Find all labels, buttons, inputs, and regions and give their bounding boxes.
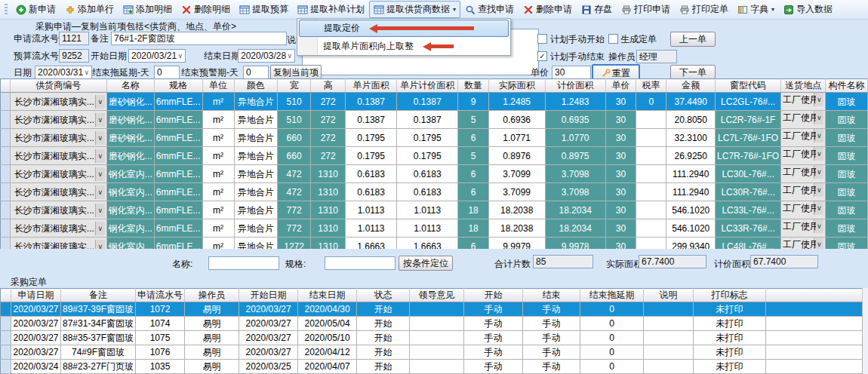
- toolbar-button-label: 添加明细: [136, 3, 172, 16]
- column-header[interactable]: 结束: [523, 289, 580, 302]
- column-header[interactable]: 数量: [458, 79, 488, 93]
- table-row[interactable]: ∨长沙市潇湘玻璃实...钢化室内...6mmFLE...m²异地合片772131…: [1, 219, 868, 238]
- toolbar-button-grid-blue[interactable]: 提取补单计划: [293, 1, 369, 18]
- operator-field[interactable]: 经理: [636, 50, 677, 63]
- cell[interactable]: ∨工厂使用: [781, 219, 826, 238]
- column-header[interactable]: 开始: [464, 289, 523, 302]
- menu-item-extract-pricing[interactable]: 提取定价: [299, 20, 509, 37]
- copy-current-button[interactable]: 复制当前项: [270, 65, 322, 80]
- column-header[interactable]: 宽: [278, 79, 311, 93]
- end-delay-field[interactable]: 0: [154, 66, 180, 79]
- budget-field[interactable]: 9252: [59, 49, 89, 63]
- cell[interactable]: ∨工厂使用: [781, 147, 826, 165]
- column-header[interactable]: 供货商编号: [10, 79, 106, 93]
- cell: 6mmFLE...: [154, 129, 202, 147]
- toolbar-button-plus-gold[interactable]: 添加单行: [60, 1, 119, 18]
- column-header[interactable]: 单价: [605, 79, 636, 93]
- table-row[interactable]: ∨长沙市潇湘玻璃实...钢化室内...6mmFLE...m²异地合片772131…: [1, 201, 868, 219]
- end-date-select[interactable]: 2020/03/28∨: [238, 49, 295, 63]
- cell[interactable]: ∨长沙市潇湘玻璃实...: [10, 111, 106, 129]
- table-row[interactable]: 2020/03/2774#9F窗固玻1076易明2020/03/272020/0…: [1, 345, 863, 360]
- remark-field[interactable]: 76#1-2F窗固玻: [111, 32, 287, 45]
- column-header[interactable]: 税率: [636, 79, 666, 93]
- toolbar-button-x-red[interactable]: 删除申请: [519, 1, 577, 18]
- column-header[interactable]: 备注: [61, 289, 136, 302]
- column-header[interactable]: 操作员: [185, 289, 239, 302]
- table-row[interactable]: ∨长沙市潇湘玻璃实...钢化室内...6mmFLE...m²异地合片472131…: [1, 183, 868, 201]
- toolbar-button-plus-green[interactable]: 新申请: [11, 1, 60, 18]
- column-header[interactable]: 计价面积: [545, 79, 605, 93]
- column-header[interactable]: 打印标志: [694, 289, 766, 302]
- cell[interactable]: ∨长沙市潇湘玻璃实...: [10, 183, 106, 201]
- cell[interactable]: ∨工厂使用: [781, 93, 826, 111]
- column-header[interactable]: 实际面积: [488, 79, 545, 93]
- toolbar-button-grid-blue[interactable]: 提取供货商数据▾: [369, 1, 460, 18]
- cell[interactable]: ∨工厂使用: [781, 129, 826, 147]
- locate-by-condition-button[interactable]: 按条件定位: [399, 256, 453, 271]
- column-header[interactable]: 名称: [106, 79, 154, 93]
- cell[interactable]: ∨长沙市潇湘玻璃实...: [10, 93, 106, 111]
- table-row[interactable]: ∨长沙市潇湘玻璃实...磨砂钢化...6mmFLE...m²异地合片510272…: [1, 111, 868, 129]
- table-row[interactable]: ∨长沙市潇湘玻璃实...钢化室内...6mmFLE...m²异地合片472131…: [1, 165, 868, 183]
- cell[interactable]: ∨工厂使用: [781, 111, 826, 129]
- next-order-button[interactable]: 下一单: [670, 65, 716, 80]
- date-select[interactable]: 2020/03/31∨: [35, 66, 92, 79]
- toolbar-button-grid-add[interactable]: 添加明细: [119, 1, 177, 18]
- table-row[interactable]: 2020/03/2488#23-27F门页玻1035易明2020/03/2520…: [1, 360, 863, 374]
- toolbar-button-x-red[interactable]: 删除明细: [177, 1, 235, 18]
- column-header[interactable]: 单片计价面积: [397, 79, 458, 93]
- cell[interactable]: ∨长沙市潇湘玻璃实...: [10, 219, 106, 238]
- column-header[interactable]: 领导意见: [410, 289, 464, 302]
- dict-icon: [737, 5, 748, 15]
- column-header[interactable]: 申请日期: [11, 289, 61, 302]
- column-header[interactable]: 高: [311, 79, 346, 93]
- table-row[interactable]: ∨长沙市潇湘玻璃实...磨砂钢化...6mmFLE...m²异地合片510272…: [1, 93, 868, 111]
- table-row[interactable]: ∨长沙市潇湘玻璃实...磨砂钢化...6mmFLE...m²异地合片660272…: [1, 129, 868, 147]
- column-header[interactable]: 窗型代码: [716, 79, 781, 93]
- cell[interactable]: ∨长沙市潇湘玻璃实...: [10, 129, 106, 147]
- cell[interactable]: ∨长沙市潇湘玻璃实...: [10, 201, 106, 219]
- spec-filter-input[interactable]: [325, 256, 396, 270]
- generate-order-checkbox[interactable]: [608, 34, 618, 44]
- toolbar-button-search[interactable]: 查找申请: [460, 1, 519, 18]
- column-header[interactable]: 金额: [666, 79, 716, 93]
- toolbar-button-grid-blue[interactable]: 提取预算: [235, 1, 293, 18]
- cell[interactable]: ∨工厂使用: [781, 183, 826, 201]
- toolbar-button-printer[interactable]: 打印定单: [675, 1, 733, 18]
- table-row[interactable]: 2020/03/2787#31-34F窗固玻1074易明2020/03/2720…: [1, 317, 863, 331]
- start-date-select[interactable]: 2020/03/21∨: [128, 49, 186, 63]
- cell[interactable]: ∨工厂使用: [781, 165, 826, 183]
- column-header[interactable]: 状态: [357, 289, 410, 302]
- cell[interactable]: ∨工厂使用: [781, 201, 826, 219]
- import-icon: [783, 5, 794, 15]
- column-header[interactable]: 结束拖延期: [580, 289, 644, 302]
- column-header[interactable]: 结束日期: [298, 289, 357, 302]
- table-row[interactable]: 2020/03/2788#35-37F窗固玻1075易明2020/03/2720…: [1, 331, 863, 345]
- toolbar-button-printer[interactable]: 打印申请: [617, 1, 675, 18]
- column-header[interactable]: 单位: [202, 79, 234, 93]
- previous-order-button[interactable]: 上一单: [670, 32, 716, 47]
- serial-field[interactable]: 1121: [59, 32, 89, 45]
- toolbar-button-save[interactable]: 存盘: [577, 1, 617, 18]
- toolbar-button-import[interactable]: 导入数据: [779, 1, 837, 18]
- table-row[interactable]: ∨长沙市潇湘玻璃实...磨砂钢化...6mmFLE...m²异地合片660272…: [1, 147, 868, 165]
- manual-end-checkbox[interactable]: [537, 51, 547, 61]
- name-filter-input[interactable]: [208, 256, 279, 270]
- column-header[interactable]: 构件名称: [826, 79, 868, 93]
- toolbar-button-dict[interactable]: 字典▾: [733, 1, 779, 18]
- menu-item-extract-area-roundup[interactable]: 提取单片面积向上取整: [297, 38, 510, 55]
- column-header[interactable]: 开始日期: [239, 289, 298, 302]
- column-header[interactable]: 规格: [154, 79, 202, 93]
- table-row[interactable]: 2020/03/2789#37-39F窗固玻1072易明2020/03/2720…: [1, 302, 863, 317]
- column-header[interactable]: 说明: [644, 289, 694, 302]
- manual-start-checkbox[interactable]: [537, 34, 547, 44]
- column-header[interactable]: [766, 289, 863, 302]
- cell[interactable]: ∨长沙市潇湘玻璃实...: [10, 165, 106, 183]
- column-header[interactable]: 单片面积: [346, 79, 397, 93]
- cell[interactable]: ∨长沙市潇湘玻璃实...: [10, 147, 106, 165]
- column-header[interactable]: 送货地点: [781, 79, 826, 93]
- end-warning-field[interactable]: 0: [243, 66, 269, 79]
- unit-price-field[interactable]: 30: [552, 66, 591, 79]
- column-header[interactable]: 颜色: [234, 79, 277, 93]
- column-header[interactable]: 申请流水号: [136, 289, 185, 302]
